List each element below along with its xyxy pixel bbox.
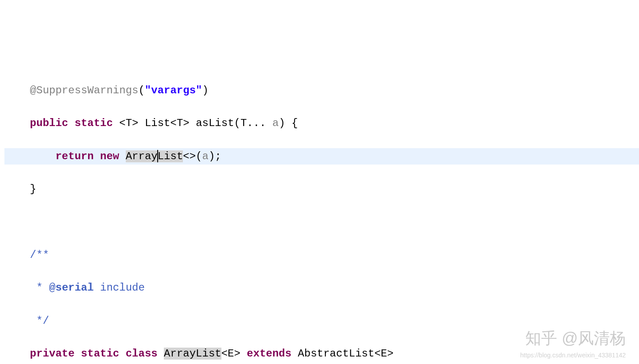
keyword-extends: extends bbox=[247, 348, 291, 360]
highlight-arraylist: ArrayList bbox=[126, 150, 183, 162]
param: a bbox=[202, 150, 209, 162]
class-name-highlight: ArrayList bbox=[164, 348, 221, 360]
code-line: public static <T> List<T> asList(T... a)… bbox=[4, 115, 639, 131]
annotation: @SuppressWarnings bbox=[30, 84, 139, 96]
comment: * bbox=[30, 282, 49, 294]
code-editor[interactable]: @SuppressWarnings("varargs") public stat… bbox=[0, 66, 639, 364]
code-line: } bbox=[4, 181, 639, 197]
close: ); bbox=[209, 150, 221, 162]
type: AbstractList<E> bbox=[298, 348, 394, 360]
params: (T... bbox=[234, 117, 272, 129]
code-line: @SuppressWarnings("varargs") bbox=[4, 82, 639, 99]
brace: } bbox=[30, 183, 36, 195]
code-line: /** bbox=[4, 247, 639, 263]
keyword-public: public bbox=[30, 117, 68, 129]
type: List<T> bbox=[145, 117, 190, 129]
generic: <T> bbox=[119, 117, 138, 129]
watermark-url: https://blog.csdn.net/weixin_43381142 bbox=[520, 351, 626, 360]
watermark-text: 知乎 @风清杨 bbox=[525, 326, 626, 351]
keyword-class: class bbox=[126, 348, 158, 360]
keyword-private: private bbox=[30, 348, 75, 360]
generic: <E> bbox=[221, 348, 240, 360]
cursor-icon bbox=[157, 150, 158, 162]
code-line-empty bbox=[4, 214, 639, 230]
code-line: * @serial include bbox=[4, 280, 639, 296]
doc-tag: @serial bbox=[49, 282, 94, 294]
code-line-active: return new ArrayList<>(a); bbox=[4, 148, 639, 165]
comment: /** bbox=[30, 249, 49, 261]
brace: ) { bbox=[279, 117, 298, 129]
string-literal: "varargs" bbox=[145, 84, 202, 96]
keyword-static: static bbox=[81, 348, 119, 360]
keyword-static: static bbox=[74, 117, 112, 129]
param: a bbox=[272, 117, 279, 129]
comment: include bbox=[94, 282, 145, 294]
diamond: <>( bbox=[183, 150, 202, 162]
comment: */ bbox=[30, 315, 49, 327]
method-name: asList bbox=[196, 117, 234, 129]
keyword-return: return bbox=[55, 150, 93, 162]
keyword-new: new bbox=[100, 150, 119, 162]
